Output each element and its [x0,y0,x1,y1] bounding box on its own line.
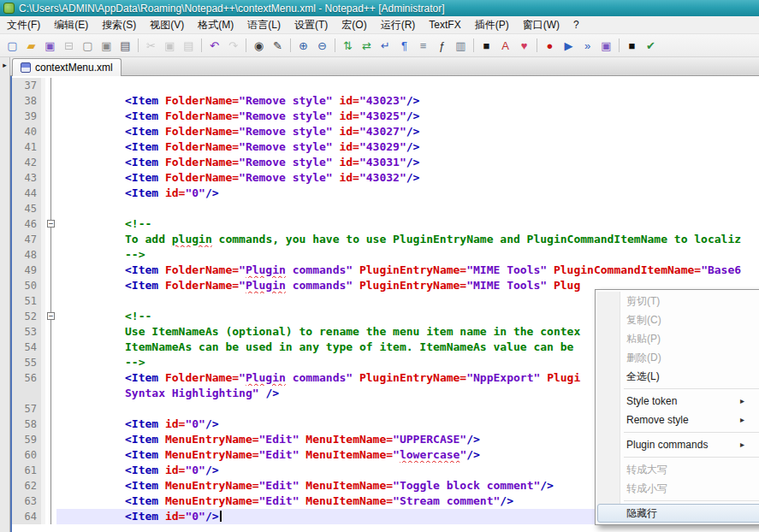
line-number: 42 [12,155,41,170]
fold-margin [45,370,56,386]
save-all-icon: ⊟ [64,40,74,51]
code-text: <Item id="0"/> [56,186,759,201]
fold-margin [45,109,56,124]
menubar-item-12[interactable]: 窗口(W) [516,16,566,33]
show-all-chars-button[interactable]: ¶ [395,37,413,55]
context-menu-item-13: 转成小写 [597,479,759,498]
menubar-item-3[interactable]: 搜索(S) [95,16,143,33]
menubar-item-1[interactable]: 文件(F) [0,16,47,33]
spell-check-abc-button[interactable]: A [496,37,514,55]
undo-button[interactable]: ↶ [205,37,223,55]
context-menu-separator [624,432,759,433]
context-menu-item-8[interactable]: Remove style▸ [597,411,759,429]
show-all-chars-icon: ¶ [401,40,407,51]
menubar-item-7[interactable]: 设置(T) [288,16,335,33]
context-menu-item-label: 转成小写 [626,479,758,498]
menubar-item-10[interactable]: TextFX [422,16,467,33]
record-macro-button[interactable]: ● [541,37,559,55]
replace-icon: ✎ [273,40,282,51]
menu-bar: 文件(F)编辑(E)搜索(S)视图(V)格式(M)语言(L)设置(T)宏(O)运… [0,16,759,34]
context-menu-item-10[interactable]: Plugin commands▸ [597,435,759,454]
fold-margin [45,386,56,401]
toolbar-separator [201,38,202,52]
close-all-button[interactable]: ▣ [98,37,116,55]
context-menu-item-15[interactable]: 隐藏行 [597,504,759,523]
sync-vertical-button[interactable]: ⇅ [339,37,357,55]
fold-collapse-icon[interactable]: − [47,220,55,228]
line-number: 40 [12,124,41,139]
toolbar-separator [138,38,139,52]
context-menu-item-5[interactable]: 全选(L) [597,367,759,386]
doc-map-button[interactable]: ▥ [452,37,470,55]
copy-icon: ▣ [164,40,175,51]
notepad-plus-plus-icon [3,3,15,14]
dspellcheck-heart-button[interactable]: ♥ [515,37,533,55]
context-menu-item-label: 全选(L) [626,367,758,386]
code-text: <Item FolderName="Remove style" id="4303… [56,170,759,186]
line-number: 56 [12,370,41,386]
fold-collapse-icon[interactable]: − [47,312,55,320]
run-macro-multiple-button[interactable]: » [578,37,596,55]
context-menu-item-7[interactable]: Style token▸ [597,392,759,411]
monitor-button[interactable]: ■ [477,37,495,55]
play-macro-button[interactable]: ▶ [560,37,578,55]
code-line: 45 [12,201,759,216]
context-menu-separator [624,457,759,458]
line-number: 47 [12,232,41,247]
code-text [56,78,759,93]
close-icon: ▢ [82,40,92,51]
title-bar[interactable]: C:\Users\ADMIN\AppData\Roaming\Notepad++… [0,0,759,16]
menubar-item-13[interactable]: ? [566,16,586,33]
context-menu-item-label: 删除(D) [626,348,758,367]
menubar-item-6[interactable]: 语言(L) [240,16,288,33]
toolbar-separator [246,38,246,52]
collapsed-panel-arrow-icon: ▸ [3,61,7,69]
line-number: 44 [12,186,41,201]
menubar-item-9[interactable]: 运行(R) [374,16,423,33]
function-list-icon: ƒ [439,40,445,51]
line-number: 54 [12,340,41,355]
open-folder-button[interactable]: ▰ [22,37,40,55]
save-button[interactable]: ▣ [41,37,59,55]
undo-icon: ↶ [210,40,219,51]
function-list-button[interactable]: ƒ [433,37,451,55]
menubar-item-8[interactable]: 宏(O) [335,16,373,33]
close-all-icon: ▣ [101,40,111,51]
code-text: <Item FolderName="Remove style" id="4302… [56,124,759,139]
code-text: <!-- [56,216,759,232]
find-icon: ◉ [254,40,264,51]
new-file-button[interactable]: ▢ [3,37,21,55]
line-number: 55 [12,355,41,370]
line-number: 46 [12,216,41,232]
print-button[interactable]: ▤ [116,37,134,55]
zoom-out-button[interactable]: ⊖ [313,37,331,55]
submenu-arrow-icon: ▸ [740,435,744,454]
word-wrap-button[interactable]: ↵ [377,37,394,55]
menubar-item-5[interactable]: 格式(M) [191,16,240,33]
fold-margin [45,509,56,524]
fold-margin [45,340,56,355]
zoom-in-button[interactable]: ⊕ [294,37,312,55]
sync-horizontal-button[interactable]: ⇄ [358,37,376,55]
dspellcheck-heart-icon: ♥ [521,40,528,51]
abc-check-button[interactable]: ✔ [642,37,660,55]
replace-button[interactable]: ✎ [269,37,287,55]
line-number: 59 [12,432,41,447]
monitoring-button[interactable]: ■ [623,37,641,55]
line-number: 37 [12,78,41,93]
menubar-item-4[interactable]: 视图(V) [143,16,191,33]
code-text [56,201,759,216]
collapsed-panel-strip[interactable]: ▸ [0,57,10,532]
indent-guide-button[interactable]: ≡ [414,37,432,55]
find-button[interactable]: ◉ [250,37,268,55]
menubar-item-2[interactable]: 编辑(E) [47,16,95,33]
close-button[interactable]: ▢ [79,37,97,55]
save-icon: ▣ [44,40,55,51]
line-number: 51 [12,293,41,309]
tab-contextmenu-xml[interactable]: contextMenu.xml [12,58,122,76]
menubar-item-11[interactable]: 插件(P) [468,16,516,33]
context-menu-item-2: 复制(C) [597,310,759,329]
code-line: 37 [12,78,759,93]
fold-margin [45,201,56,216]
save-macro-button[interactable]: ▣ [597,37,615,55]
